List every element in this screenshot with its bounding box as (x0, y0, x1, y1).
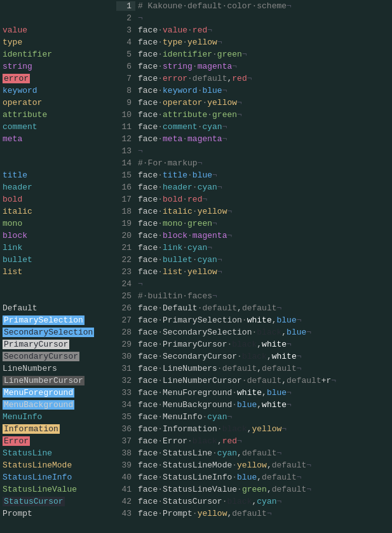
line-number: 27 (116, 315, 135, 325)
left-label-6: string (0, 60, 116, 73)
line-code: face·StatusLineValue·green,default¬ (135, 485, 392, 494)
line-number: 21 (116, 243, 135, 253)
left-label-2 (0, 12, 116, 24)
line-code: face·SecondaryCursor·black,white¬ (135, 352, 392, 361)
line-number: 3 (116, 25, 135, 35)
line-row: 1# Kakoune·default·color·scheme¬ (116, 0, 392, 12)
line-code: face·MenuInfo·cyan¬ (135, 412, 392, 422)
line-number: 9 (116, 98, 135, 107)
face-label: StatusLineMode (3, 460, 72, 470)
line-code: face·SecondarySelection·black,blue¬ (135, 328, 392, 337)
face-label: keyword (3, 86, 37, 95)
line-code: face·bold·red¬ (135, 195, 392, 204)
line-row: 18face·italic·yellow¬ (116, 205, 392, 218)
face-label: string (3, 62, 32, 71)
line-code: face·LineNumberCursor·default,default+r¬ (135, 376, 392, 385)
line-number: 20 (116, 231, 135, 240)
left-label-37: Error (0, 435, 116, 447)
line-code: face·identifier·green¬ (135, 50, 392, 59)
line-number: 11 (116, 122, 135, 132)
face-label: MenuBackground (3, 400, 74, 410)
face-label: italic (3, 207, 32, 216)
line-row: 32face·LineNumberCursor·default,default+… (116, 375, 392, 387)
line-code: ¬ (135, 13, 392, 23)
line-code: face·meta·magenta¬ (135, 134, 392, 144)
line-code: face·list·yellow¬ (135, 267, 392, 277)
line-row: 43face·Prompt·yellow,default¬ (116, 508, 392, 520)
left-label-14 (0, 157, 116, 169)
face-label: comment (3, 122, 37, 132)
line-code: face·error·default,red¬ (135, 74, 392, 83)
face-label: LineNumbers (3, 364, 57, 373)
face-label: link (3, 243, 22, 253)
line-row: 23face·list·yellow¬ (116, 266, 392, 278)
line-number: 40 (116, 473, 135, 482)
line-row: 2¬ (116, 12, 392, 24)
line-code: face·operator·yellow¬ (135, 98, 392, 107)
left-label-24 (0, 278, 116, 290)
face-label: MenuForeground (3, 388, 74, 398)
line-row: 25#·builtin·faces¬ (116, 290, 392, 302)
left-label-13 (0, 145, 116, 157)
line-code: face·Default·default,default¬ (135, 303, 392, 313)
line-row: 4face·type·yellow¬ (116, 36, 392, 48)
left-label-15: title (0, 169, 116, 181)
line-code: face·PrimarySelection·white,blue¬ (135, 315, 392, 325)
line-code: face·StatusCursor·black,cyan¬ (135, 497, 392, 506)
line-number: 14 (116, 158, 135, 168)
line-number: 36 (116, 424, 135, 434)
line-row: 14#·For·markup¬ (116, 157, 392, 169)
line-code: face·link·cyan¬ (135, 243, 392, 253)
left-label-43: Prompt (0, 508, 116, 520)
left-label-9: operator (0, 97, 116, 109)
line-code: ¬ (135, 279, 392, 289)
face-label: PrimaryCursor (3, 340, 69, 349)
line-number: 32 (116, 376, 135, 385)
line-number: 22 (116, 255, 135, 265)
line-row: 9face·operator·yellow¬ (116, 97, 392, 109)
line-row: 40face·StatusLineInfo·blue,default¬ (116, 471, 392, 483)
left-label-38: StatusLine (0, 447, 116, 459)
line-row: 22face·bullet·cyan¬ (116, 254, 392, 266)
left-label-28: SecondarySelection (0, 326, 116, 338)
line-number: 7 (116, 74, 135, 83)
left-gutter: valuetypeidentifierstringerrorkeywordope… (0, 0, 116, 533)
line-row: 29face·PrimaryCursor·black,white¬ (116, 338, 392, 350)
line-row: 5face·identifier·green¬ (116, 48, 392, 60)
line-row: 39face·StatusLineMode·yellow,default¬ (116, 459, 392, 471)
line-row: 26face·Default·default,default¬ (116, 302, 392, 314)
face-label: title (3, 170, 27, 180)
left-label-41: StatusLineValue (0, 483, 116, 495)
line-number: 5 (116, 50, 135, 59)
line-row: 28face·SecondarySelection·black,blue¬ (116, 326, 392, 338)
left-label-29: PrimaryCursor (0, 338, 116, 350)
line-code: face·block·magenta¬ (135, 231, 392, 240)
line-number: 4 (116, 38, 135, 47)
line-code: face·title·blue¬ (135, 170, 392, 180)
line-row: 24¬ (116, 278, 392, 290)
line-number: 19 (116, 219, 135, 228)
line-number: 26 (116, 303, 135, 313)
face-label: PrimarySelection (3, 315, 84, 325)
line-number: 15 (116, 170, 135, 180)
line-code: face·Information·black,yellow¬ (135, 424, 392, 434)
line-code: face·StatusLineInfo·blue,default¬ (135, 473, 392, 482)
left-label-21: link (0, 242, 116, 254)
face-label: type (3, 38, 22, 47)
line-number: 6 (116, 62, 135, 71)
left-label-10: attribute (0, 109, 116, 121)
line-number: 18 (116, 207, 135, 216)
line-code: face·MenuBackground·blue,white¬ (135, 400, 392, 410)
face-label: StatusCursor (3, 497, 65, 506)
line-code: face·PrimaryCursor·black,white¬ (135, 340, 392, 349)
line-number: 13 (116, 146, 135, 156)
left-label-4: type (0, 36, 116, 48)
line-row: 8face·keyword·blue¬ (116, 85, 392, 97)
line-row: 6face·string·magenta¬ (116, 60, 392, 73)
line-row: 7face·error·default,red¬ (116, 73, 392, 85)
face-label: attribute (3, 110, 47, 120)
line-number: 41 (116, 485, 135, 494)
face-label: Default (3, 303, 37, 313)
line-code: face·LineNumbers·default,default¬ (135, 364, 392, 373)
line-code: face·value·red¬ (135, 25, 392, 35)
